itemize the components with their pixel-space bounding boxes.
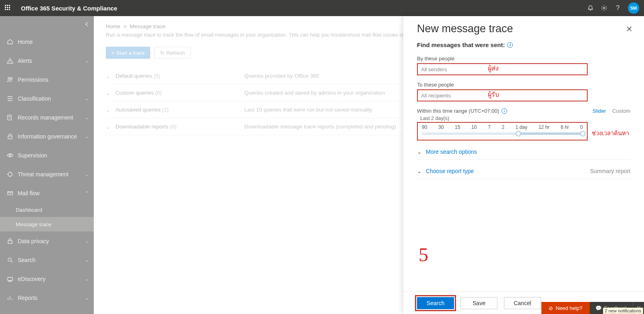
- reports-icon: [6, 295, 14, 301]
- search-button[interactable]: Search: [417, 297, 454, 309]
- slider-tick: 0: [580, 124, 583, 130]
- search-icon: [6, 257, 14, 263]
- panel-title: New message trace: [417, 23, 513, 35]
- sidebar-item-label: Mail flow: [18, 190, 39, 196]
- lock-icon: [6, 133, 14, 140]
- info-icon[interactable]: i: [502, 108, 507, 114]
- info-icon[interactable]: i: [507, 42, 513, 48]
- time-tab-custom[interactable]: Custom: [612, 108, 630, 114]
- chevron-down-icon: ⌄: [85, 96, 89, 101]
- svg-point-6: [8, 172, 12, 176]
- sidebar-item-records[interactable]: Records management⌄: [0, 108, 94, 127]
- sidebar-item-label: Home: [18, 39, 33, 45]
- sidebar-item-label: Dashboard: [16, 207, 42, 213]
- choose-report-type[interactable]: ⌄ Choose report type Summary report: [417, 163, 630, 179]
- chevron-down-icon: ⌄: [106, 107, 116, 113]
- eye-icon: [6, 152, 14, 159]
- sidebar-item-supervision[interactable]: Supervision: [0, 146, 94, 165]
- need-help-button[interactable]: ⊘Need help?: [541, 302, 590, 314]
- chevron-down-icon: ⌄: [85, 115, 89, 120]
- sidebar-item-home[interactable]: Home: [0, 32, 94, 51]
- home-icon: [6, 39, 14, 45]
- recipient-input[interactable]: [417, 89, 588, 101]
- chevron-down-icon: ⌄: [106, 90, 116, 96]
- chevron-up-icon: ⌃: [85, 190, 89, 196]
- time-tab-slider[interactable]: Slider: [592, 108, 606, 114]
- svg-point-2: [10, 77, 12, 79]
- time-range-slider[interactable]: 90301510721 day12 hr6 hr0: [417, 122, 588, 140]
- records-icon: [6, 114, 14, 121]
- sidebar-subitem-dashboard[interactable]: Dashboard: [0, 202, 94, 217]
- chevron-down-icon: ⌄: [85, 171, 89, 177]
- time-range-label: Within this time range (UTC+07:00)i: [417, 108, 507, 114]
- sidebar-item-search[interactable]: Search⌄: [0, 250, 94, 269]
- sidebar-item-label: Classification: [18, 95, 51, 102]
- sidebar-item-permissions[interactable]: Permissions: [0, 70, 94, 89]
- sidebar-item-reports[interactable]: Reports⌄: [0, 288, 94, 307]
- sidebar-item-threat[interactable]: Threat management⌄: [0, 165, 94, 184]
- chevron-down-icon: ⌄: [85, 276, 89, 282]
- sidebar-subitem-message-trace[interactable]: Message trace: [0, 217, 94, 231]
- warning-icon: ⊘: [549, 305, 553, 311]
- sidebar-item-label: Supervision: [18, 152, 47, 159]
- sidebar-item-classification[interactable]: Classification⌄: [0, 89, 94, 108]
- alert-icon: [6, 58, 14, 64]
- svg-point-5: [9, 155, 11, 156]
- ediscovery-icon: [6, 276, 14, 282]
- help-icon[interactable]: ?: [611, 0, 625, 16]
- plus-icon: +: [111, 50, 115, 56]
- sidebar-item-label: Alerts: [18, 58, 32, 64]
- panel-subtitle: Find messages that were sent:i: [417, 41, 630, 48]
- breadcrumb-home[interactable]: Home: [106, 23, 120, 29]
- sidebar-collapse-button[interactable]: [0, 16, 94, 32]
- save-button[interactable]: Save: [460, 297, 497, 309]
- report-type-summary: Summary report: [590, 168, 630, 174]
- sidebar-item-label: Search: [18, 257, 35, 263]
- svg-rect-10: [8, 277, 12, 281]
- global-header: Office 365 Security & Compliance ? SM: [0, 0, 644, 16]
- mail-icon: [6, 190, 14, 196]
- svg-rect-4: [8, 136, 12, 139]
- refresh-button[interactable]: ↻Refresh: [154, 47, 191, 59]
- chevron-down-icon: ⌄: [85, 58, 89, 64]
- close-panel-button[interactable]: ✕: [626, 24, 633, 34]
- settings-icon[interactable]: [597, 0, 611, 16]
- slider-tick: 1 day: [516, 124, 527, 130]
- sidebar-item-label: Data privacy: [18, 238, 49, 244]
- time-summary: Last 2 day(s): [420, 116, 630, 121]
- notifications-icon[interactable]: [584, 0, 597, 16]
- app-title: Office 365 Security & Compliance: [21, 5, 117, 12]
- sidebar-item-alerts[interactable]: Alerts⌄: [0, 51, 94, 70]
- chevron-down-icon: ⌄: [106, 73, 116, 79]
- sidebar-item-data-privacy[interactable]: Data privacy⌄: [0, 231, 94, 250]
- slider-tick: 12 hr: [539, 124, 549, 130]
- recipient-label: To these people: [417, 82, 630, 88]
- sidebar-item-label: Message trace: [16, 221, 52, 227]
- sidebar-item-label: eDiscovery: [18, 276, 45, 282]
- sender-label: By these people: [417, 56, 630, 62]
- sidebar-item-label: Information governance: [18, 133, 77, 140]
- sidebar-item-info-governance[interactable]: Information governance⌄: [0, 127, 94, 146]
- slider-tick: 7: [488, 124, 491, 130]
- slider-tick: 6 hr: [561, 124, 569, 130]
- sidebar-item-label: Permissions: [18, 76, 48, 83]
- svg-point-9: [8, 258, 11, 261]
- chevron-down-icon: ⌄: [85, 134, 89, 139]
- threat-icon: [6, 171, 14, 178]
- sidebar-item-label: Reports: [18, 295, 37, 301]
- sidebar: Home Alerts⌄ Permissions Classification⌄…: [0, 16, 94, 314]
- sidebar-item-label: Records management: [18, 114, 73, 121]
- slider-tick: 90: [422, 124, 427, 130]
- sidebar-item-ediscovery[interactable]: eDiscovery⌄: [0, 269, 94, 288]
- slider-tick: 30: [438, 124, 444, 130]
- cancel-button[interactable]: Cancel: [504, 297, 541, 309]
- user-avatar[interactable]: SM: [628, 2, 639, 14]
- sender-input[interactable]: [417, 63, 588, 75]
- sidebar-item-label: Threat management: [18, 171, 68, 178]
- svg-point-1: [8, 77, 10, 79]
- more-search-options[interactable]: ⌄ More search options: [417, 144, 630, 160]
- new-message-trace-panel: New message trace ✕ Find messages that w…: [403, 16, 644, 314]
- sidebar-item-mail-flow[interactable]: Mail flow⌃: [0, 184, 94, 202]
- start-trace-button[interactable]: +Start a trace: [106, 47, 150, 59]
- app-launcher-icon[interactable]: [5, 5, 11, 11]
